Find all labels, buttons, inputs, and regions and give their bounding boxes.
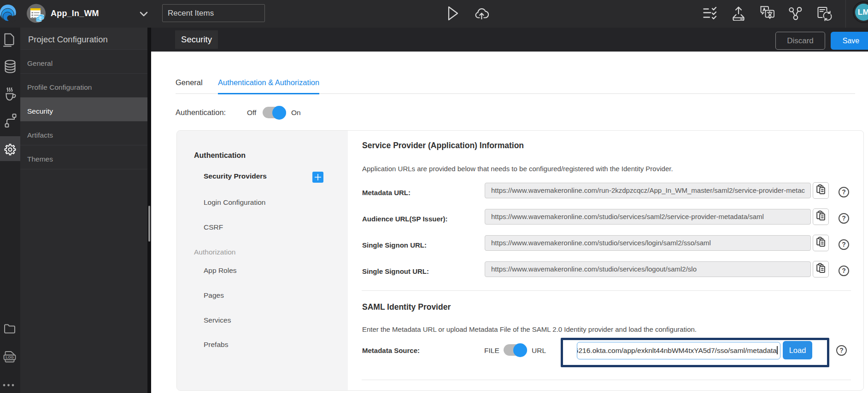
svg-text:LOG: LOG bbox=[6, 355, 13, 359]
